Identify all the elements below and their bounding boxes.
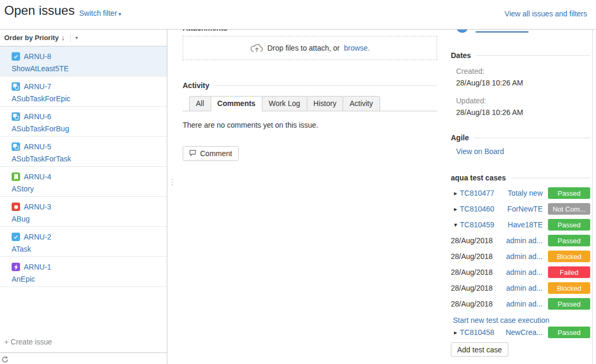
refresh-icon[interactable] (2, 356, 8, 364)
order-by-label[interactable]: Order by Priority (4, 34, 59, 42)
execution-user-link[interactable]: admin ad... (493, 300, 543, 308)
expand-arrow-icon[interactable]: ► (453, 190, 460, 196)
sidebar-footer (0, 352, 167, 364)
aqua-test-cases-heading: aqua test cases (451, 174, 590, 182)
issue-key-link[interactable]: ARNU-8 (24, 52, 51, 61)
execution-user-link[interactable]: admin ad... (493, 252, 543, 261)
status-badge[interactable]: Failed (548, 266, 590, 278)
test-case-name-link[interactable]: NewCrea... (494, 328, 543, 337)
status-badge[interactable]: Blocked (548, 251, 590, 262)
agile-heading: Agile (451, 133, 590, 142)
test-case-name-link[interactable]: Totaly new (494, 189, 543, 197)
test-case-name-link[interactable]: Have18TE (494, 221, 543, 229)
comment-button[interactable]: Comment (183, 146, 239, 161)
attachment-dropzone[interactable]: Drop files to attach, or browse. (183, 36, 437, 60)
sort-direction-icon[interactable]: ↓ (61, 34, 65, 42)
browse-link[interactable]: browse. (344, 44, 370, 52)
status-badge[interactable]: Passed (548, 187, 590, 199)
heading-rule (215, 85, 437, 86)
issue-summary-link[interactable]: ATask (12, 244, 162, 254)
start-execution-link[interactable]: Start new test case execution (453, 316, 590, 324)
issue-key-link[interactable]: ARNU-5 (24, 142, 51, 151)
test-case-row: ► TC810460 ForNewTE Not Com... (451, 201, 590, 217)
status-badge[interactable]: Passed (548, 219, 590, 231)
panel-resize-handle[interactable]: ⋮ (168, 180, 176, 184)
issue-key-link[interactable]: ARNU-1 (24, 263, 51, 271)
issue-list-item-arnu-5[interactable]: ARNU-5 ASubTaskForTask (0, 137, 167, 167)
created-value: 28/Aug/18 10:26 AM (456, 78, 590, 88)
collapse-arrow-icon[interactable]: ▼ (453, 222, 460, 228)
issue-list-item-arnu-3[interactable]: ARNU-3 ABug (0, 197, 167, 227)
issue-list: ARNU-8 ShowAtLeast5TE ARNU-7 ASubTaskFor… (0, 46, 167, 287)
test-case-link[interactable]: TC810459 (460, 221, 494, 229)
test-case-link[interactable]: TC810460 (460, 205, 494, 213)
issue-summary-link[interactable]: AStory (12, 184, 162, 194)
tab-comments[interactable]: Comments (211, 96, 262, 111)
tab-history[interactable]: History (307, 96, 344, 111)
page-title: Open issues (4, 3, 74, 18)
chevron-down-icon[interactable]: ▾ (75, 35, 78, 41)
issue-summary-link[interactable]: ASubTaskForEpic (12, 93, 162, 104)
issue-list-item-arnu-6[interactable]: ARNU-6 ASubTaskForBug (0, 107, 167, 137)
issue-key-link[interactable]: ARNU-6 (24, 112, 51, 121)
main-layout: Order by Priority ↓ ▾ ARNU-8 ShowAtLeast… (0, 30, 596, 364)
test-case-list: ► TC810477 Totaly new Passed ► TC810460 … (451, 185, 590, 312)
execution-row: 28/Aug/2018 admin ad... Blocked (451, 280, 590, 296)
execution-date: 28/Aug/2018 (451, 252, 493, 261)
issue-list-item-arnu-1[interactable]: ARNU-1 AnEpic (0, 257, 167, 287)
tab-activity[interactable]: Activity (343, 96, 380, 111)
tab-all[interactable]: All (189, 96, 211, 111)
issue-key-link[interactable]: ARNU-3 (24, 203, 51, 211)
execution-row: 28/Aug/2018 admin ad... Failed (451, 264, 590, 280)
issue-summary-link[interactable]: ASubTaskForTask (12, 154, 162, 164)
bug-icon (12, 203, 20, 211)
order-by-bar: Order by Priority ↓ ▾ (0, 30, 167, 46)
add-test-case-button[interactable]: Add test case (451, 342, 508, 357)
scrollbar-track[interactable] (592, 30, 593, 364)
test-case-link[interactable]: TC810458 (460, 328, 494, 337)
execution-user-link[interactable]: admin ad... (493, 284, 543, 292)
issue-list-item-arnu-8[interactable]: ARNU-8 ShowAtLeast5TE (0, 46, 167, 76)
create-issue-link[interactable]: + Create issue (0, 338, 167, 352)
status-badge[interactable]: Blocked (548, 282, 590, 294)
issue-list-item-arnu-2[interactable]: ARNU-2 ATask (0, 227, 167, 257)
comment-bubble-icon (189, 149, 196, 158)
execution-user-link[interactable]: admin ad... (493, 236, 543, 245)
epic-icon (12, 263, 20, 271)
upload-cloud-icon (250, 43, 263, 54)
view-all-issues-link[interactable]: View all issues and filters (505, 9, 587, 18)
page-header: Open issues Switch filter▾ View all issu… (0, 0, 596, 30)
expand-arrow-icon[interactable]: ► (453, 206, 460, 212)
issue-list-item-arnu-7[interactable]: ARNU-7 ASubTaskForEpic (0, 76, 167, 107)
execution-date: 28/Aug/2018 (451, 236, 493, 245)
test-case-name-link[interactable]: ForNewTE (494, 205, 543, 213)
expand-arrow-icon[interactable]: ► (453, 330, 460, 336)
execution-user-link[interactable]: admin ad... (493, 268, 543, 276)
attachments-heading: Attachments (183, 30, 437, 33)
heading-rule (474, 138, 590, 138)
switch-filter-link[interactable]: Switch filter▾ (79, 9, 121, 17)
task-icon (12, 52, 20, 61)
issue-summary-link[interactable]: ASubTaskForBug (12, 123, 162, 134)
issue-key-link[interactable]: ARNU-4 (24, 173, 51, 181)
updated-value: 28/Aug/18 10:26 AM (456, 107, 590, 118)
issue-summary-link[interactable]: AnEpic (12, 274, 162, 284)
view-on-board-link[interactable]: View on Board (456, 147, 590, 156)
tab-work-log[interactable]: Work Log (262, 96, 307, 111)
issue-key-link[interactable]: ARNU-2 (24, 233, 51, 241)
test-case-link[interactable]: TC810477 (460, 189, 494, 197)
no-comments-message: There are no comments yet on this issue. (183, 121, 444, 129)
status-badge[interactable]: Passed (548, 327, 590, 338)
status-badge[interactable]: Passed (548, 298, 590, 310)
execution-row: 28/Aug/2018 admin ad... Passed (451, 296, 590, 312)
issue-list-item-arnu-4[interactable]: ARNU-4 AStory (0, 167, 167, 197)
subtask-icon (12, 112, 20, 121)
status-badge[interactable]: Passed (548, 235, 590, 246)
issue-key-link[interactable]: ARNU-7 (24, 82, 51, 91)
issue-summary-link[interactable]: ShowAtLeast5TE (12, 63, 162, 74)
created-label: Created: (456, 66, 590, 76)
clipped-user-link (476, 31, 528, 33)
task-icon (12, 233, 20, 241)
issue-summary-link[interactable]: ABug (12, 214, 162, 224)
status-badge[interactable]: Not Com... (548, 203, 590, 215)
